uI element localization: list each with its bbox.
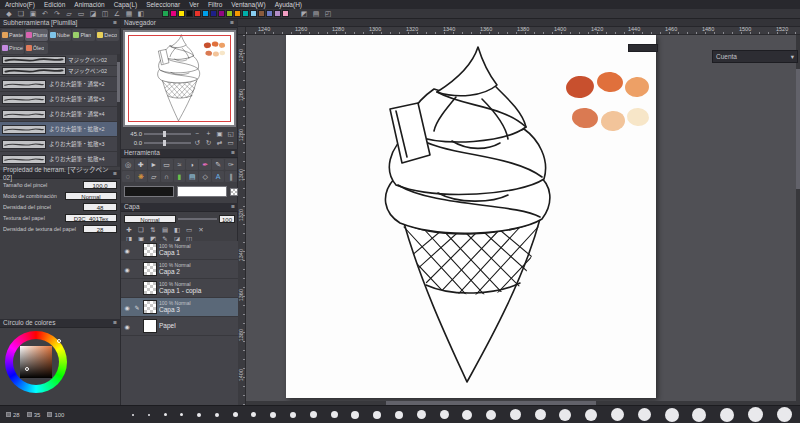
- brush-item[interactable]: よりお大鉛筆・通常×3: [0, 92, 120, 107]
- rotate-left-icon[interactable]: ↺: [193, 139, 202, 147]
- brush-tool[interactable]: ✑: [225, 159, 237, 170]
- actual-size-icon[interactable]: ◱: [226, 130, 235, 138]
- palette-color-swatch[interactable]: [194, 10, 201, 17]
- canvas-workspace[interactable]: [246, 35, 796, 405]
- selection-border-icon[interactable]: ◫: [100, 9, 110, 18]
- brush-size-option[interactable]: [585, 409, 597, 421]
- save-icon[interactable]: ▣: [28, 9, 38, 18]
- brush-size-option[interactable]: [148, 414, 150, 416]
- flip-horizontal-icon[interactable]: ⇄: [215, 139, 224, 147]
- brush-size-option[interactable]: [748, 407, 763, 422]
- screen-color-icon[interactable]: ◩: [299, 9, 309, 18]
- palette-color-swatch[interactable]: [202, 10, 209, 17]
- pencil-tool[interactable]: ✎: [212, 159, 224, 170]
- menu-item[interactable]: Ver: [189, 1, 199, 8]
- rotate-right-icon[interactable]: ↻: [204, 139, 213, 147]
- navigator-view-frame[interactable]: [128, 35, 231, 122]
- brush-size-option[interactable]: [510, 409, 521, 420]
- subtool-group[interactable]: Deco: [96, 29, 119, 41]
- menu-item[interactable]: Ventana(W): [231, 1, 265, 8]
- menu-item[interactable]: Filtro: [208, 1, 222, 8]
- decoration-tool[interactable]: ❋: [135, 171, 147, 182]
- panel-menu-icon[interactable]: ≡: [113, 319, 117, 327]
- brush-size-option[interactable]: [270, 412, 276, 418]
- brush-size-option[interactable]: [373, 411, 381, 419]
- layer-visibility-icon[interactable]: ◉: [123, 266, 131, 273]
- layer-visibility-icon[interactable]: ◉: [123, 247, 131, 254]
- floating-palette-handle[interactable]: [628, 44, 658, 52]
- tool-panel-header[interactable]: Herramienta ≡: [121, 149, 238, 158]
- menu-item[interactable]: Seleccionar: [146, 1, 180, 8]
- eyedropper-tool[interactable]: ◗: [186, 159, 198, 170]
- operation-tool[interactable]: ►: [148, 159, 160, 170]
- light-table-icon[interactable]: ◧: [136, 9, 146, 18]
- reset-view-icon[interactable]: ▭: [226, 139, 235, 147]
- eraser-toggle-icon[interactable]: ▱: [64, 9, 74, 18]
- brush-size-option[interactable]: [180, 413, 183, 416]
- palette-color-swatch[interactable]: [258, 10, 265, 17]
- panel-menu-icon[interactable]: ≡: [113, 19, 117, 27]
- palette-color-swatch[interactable]: [282, 10, 289, 17]
- brush-size-option[interactable]: [395, 411, 403, 419]
- property-spin[interactable]: 100.0: [83, 181, 117, 189]
- favorite-brush-item[interactable]: マジックペン02: [0, 66, 120, 77]
- transparent-color-swatch[interactable]: [230, 188, 238, 196]
- color-circle-header[interactable]: Círculo de colores ≡: [0, 319, 120, 328]
- airbrush-tool[interactable]: ◌: [122, 171, 134, 182]
- layer-row[interactable]: ◉100 % NormalCapa 1: [121, 241, 238, 260]
- background-color-swatch[interactable]: [177, 186, 227, 197]
- text-tool[interactable]: A: [212, 171, 224, 182]
- eraser-tool[interactable]: ▱: [148, 171, 160, 182]
- brush-list-scrollbar[interactable]: [117, 54, 120, 166]
- brush-size-option[interactable]: [164, 413, 167, 416]
- delete-layer-icon[interactable]: ✕: [196, 226, 206, 234]
- new-raster-layer-icon[interactable]: ✚: [124, 226, 134, 234]
- brush-size-option[interactable]: [251, 412, 256, 417]
- subtool-group[interactable]: Pastel: [1, 29, 24, 41]
- subtool-group[interactable]: Pincel: [1, 42, 24, 54]
- brush-size-option[interactable]: [310, 411, 317, 418]
- layer-row[interactable]: ◉✎100 % NormalCapa 3: [121, 298, 238, 317]
- selection-tool[interactable]: ▭: [161, 159, 173, 170]
- brush-size-option[interactable]: [331, 411, 338, 418]
- combine-below-icon[interactable]: ▤: [160, 226, 170, 234]
- brush-size-option[interactable]: [486, 410, 496, 420]
- correction-tool[interactable]: ∥: [225, 171, 237, 182]
- property-dropdown[interactable]: Normal: [65, 192, 117, 200]
- fit-icon[interactable]: ▣: [215, 130, 224, 138]
- undo-icon[interactable]: ↶: [40, 9, 50, 18]
- palette-color-swatch[interactable]: [234, 10, 241, 17]
- zoom-tool[interactable]: ◎: [122, 159, 134, 170]
- invert-selection-icon[interactable]: ◪: [88, 9, 98, 18]
- gradient-tool[interactable]: ▤: [186, 171, 198, 182]
- brush-size-option[interactable]: [777, 407, 792, 422]
- brush-size-option[interactable]: [215, 413, 219, 417]
- palette-color-swatch[interactable]: [226, 10, 233, 17]
- brush-size-option[interactable]: [290, 412, 296, 418]
- sv-cursor[interactable]: [25, 367, 29, 371]
- navigator-slider[interactable]: [144, 142, 191, 144]
- palette-color-swatch[interactable]: [186, 10, 193, 17]
- layer-row[interactable]: ◉Papel: [121, 317, 238, 336]
- layer-thumbnail[interactable]: [143, 243, 157, 257]
- palette-color-swatch[interactable]: [274, 10, 281, 17]
- new-folder-icon[interactable]: ❏: [136, 226, 146, 234]
- snap-grid-icon[interactable]: ▦: [124, 9, 134, 18]
- collapse-icon[interactable]: ▾: [791, 53, 794, 61]
- menu-item[interactable]: Capa(L): [114, 1, 137, 8]
- snap-ruler-icon[interactable]: ∠: [112, 9, 122, 18]
- brush-size-option[interactable]: [351, 411, 359, 419]
- property-spin[interactable]: 28: [83, 225, 117, 233]
- panel-menu-icon[interactable]: ≡: [230, 19, 234, 27]
- transfer-down-icon[interactable]: ⇅: [148, 226, 158, 234]
- move-tool[interactable]: ✚: [135, 159, 147, 170]
- brush-size-option[interactable]: [559, 409, 571, 421]
- brush-item[interactable]: よりお大鉛筆・拡散×2: [0, 122, 120, 137]
- palette-color-swatch[interactable]: [242, 10, 249, 17]
- brush-size-option[interactable]: [692, 408, 706, 422]
- brush-size-option[interactable]: [462, 410, 472, 420]
- hue-cursor[interactable]: [57, 339, 61, 343]
- panel-menu-icon[interactable]: ≡: [231, 203, 235, 211]
- brush-size-option[interactable]: [132, 414, 134, 416]
- layer-visibility-icon[interactable]: ◉: [123, 323, 131, 330]
